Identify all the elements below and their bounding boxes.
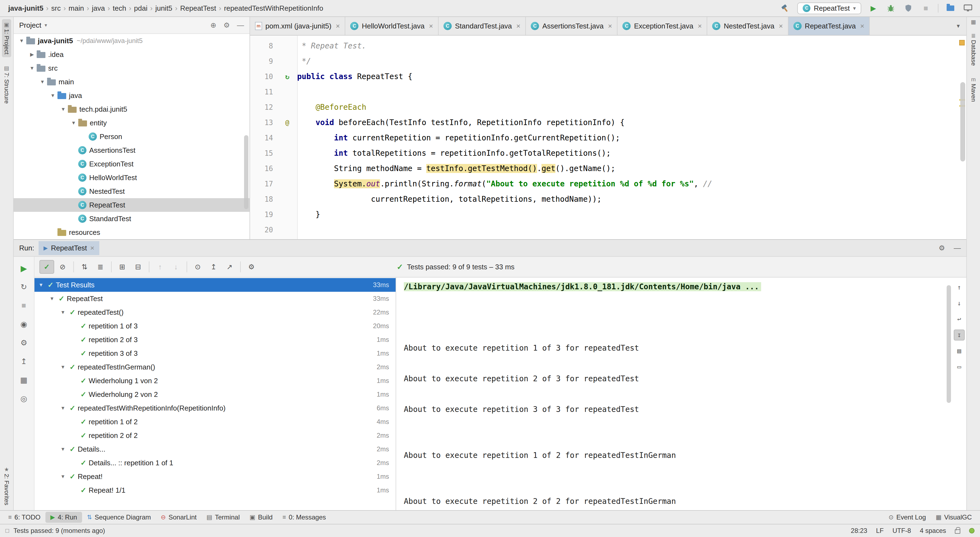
line-number[interactable]: 17 — [250, 176, 277, 191]
chevron-expanded-icon[interactable]: ▼ — [59, 474, 67, 480]
locate-file-icon[interactable]: ⊕ — [210, 21, 216, 30]
test-tree-item[interactable]: ✓Details... :: repetition 1 of 12ms — [35, 456, 396, 470]
tool-stripe-database[interactable]: ≣Database — [969, 30, 978, 69]
layout-settings-icon[interactable]: ▦ — [14, 371, 34, 389]
test-tree-item[interactable]: ▼✓Repeat!1ms — [35, 470, 396, 483]
close-icon[interactable]: × — [516, 22, 520, 30]
test-tree-item[interactable]: ✓Wiederholung 1 von 21ms — [35, 374, 396, 387]
console-line[interactable]: About to execute repetition 3 of 3 for r… — [404, 402, 948, 417]
collapse-all-icon[interactable]: ⊟ — [131, 260, 146, 274]
editor-line[interactable]: 14 int currentRepetition = repetitionInf… — [250, 130, 966, 146]
presentation-monitor-icon[interactable] — [963, 3, 974, 14]
line-number[interactable]: 9 — [250, 54, 277, 69]
editor-line[interactable]: 8 * Repeat Test. — [250, 38, 966, 54]
pin-tab-icon[interactable]: ◎ — [14, 389, 34, 408]
run-button[interactable]: ▶ — [868, 3, 879, 14]
analysis-status-marker[interactable] — [959, 40, 965, 45]
close-icon[interactable]: × — [429, 22, 433, 30]
export-test-results-icon[interactable]: ↗ — [222, 260, 237, 274]
console[interactable]: /Library/Java/JavaVirtualMachines/jdk1.8… — [396, 277, 966, 510]
expand-all-icon[interactable]: ⊞ — [115, 260, 130, 274]
project-tree-item[interactable]: ▼java — [14, 89, 250, 102]
test-tree-item[interactable]: ▼✓Test Results33ms — [35, 278, 396, 292]
line-number[interactable]: 8 — [250, 38, 277, 54]
editor-tab[interactable]: CAssertionsTest.java× — [526, 17, 617, 35]
previous-failed-test-icon[interactable]: ↑ — [153, 260, 167, 274]
project-tree-item[interactable]: ▼entity — [14, 116, 250, 130]
test-runner-settings-icon[interactable]: ⚙ — [14, 333, 34, 352]
test-history-icon[interactable]: ⊙ — [191, 260, 205, 274]
console-line[interactable] — [404, 463, 948, 478]
project-tree-item[interactable]: ▼java-junit5~/pdai/www/java-junit5 — [14, 34, 250, 48]
line-number[interactable]: 18 — [250, 191, 277, 207]
project-tree-item[interactable]: ▼src — [14, 61, 250, 75]
project-tree-item[interactable]: CNestedTest — [14, 185, 250, 198]
close-icon[interactable]: × — [90, 244, 94, 252]
breadcrumb-item[interactable]: junit5 — [154, 4, 174, 13]
toolwindow-button-todo[interactable]: ≡6: TODO — [3, 512, 45, 523]
project-tree-item[interactable]: CStandardTest — [14, 212, 250, 226]
coverage-button[interactable] — [903, 3, 914, 14]
test-options-icon[interactable]: ⚙ — [244, 260, 259, 274]
run-settings-icon[interactable]: ⚙ — [939, 244, 945, 252]
toolwindow-button-visualgc[interactable]: ▦VisualGC — [931, 512, 977, 523]
test-tree-item[interactable]: ▼✓repeatedTest()22ms — [35, 306, 396, 319]
tool-stripe-structure[interactable]: ▤7: Structure — [2, 63, 11, 107]
project-tree-item[interactable]: CAssertionsTest — [14, 143, 250, 157]
annotation-gutter-icon[interactable]: @ — [277, 115, 297, 130]
project-scrollbar[interactable] — [244, 135, 248, 209]
console-line[interactable]: About to execute repetition 2 of 3 for r… — [404, 371, 948, 386]
line-number[interactable]: 13 — [250, 115, 277, 130]
test-tree-item[interactable]: ✓repetition 1 of 24ms — [35, 415, 396, 429]
line-number[interactable]: 16 — [250, 161, 277, 176]
line-number[interactable]: 15 — [250, 146, 277, 161]
tool-switcher-icon[interactable]: ▦ — [971, 19, 976, 25]
inspections-indicator-icon[interactable] — [969, 528, 975, 534]
line-number[interactable]: 10 — [250, 69, 277, 84]
console-line[interactable]: About to execute repetition 1 of 2 for r… — [404, 448, 948, 463]
import-test-results-icon[interactable]: ↥ — [206, 260, 221, 274]
test-tree-item[interactable]: ✓Wiederholung 2 von 21ms — [35, 387, 396, 401]
editor-tab[interactable]: CExceptionTest.java× — [617, 17, 707, 35]
console-line[interactable]: About to execute repetition 2 of 2 for r… — [404, 494, 948, 509]
rerun-failed-tests-icon[interactable]: ↻ — [14, 277, 34, 296]
chevron-expanded-icon[interactable]: ▼ — [59, 405, 67, 411]
editor-line[interactable]: 17 System.out.println(String.format("Abo… — [250, 176, 966, 191]
breadcrumb-item[interactable]: main — [67, 4, 86, 13]
view-options-icon[interactable]: ⚙ — [224, 21, 230, 30]
breadcrumb-item[interactable]: pdai — [132, 4, 149, 13]
project-folder-icon[interactable] — [945, 3, 956, 14]
console-line[interactable] — [404, 325, 948, 341]
tool-stripe-project[interactable]: ▣1: Project — [2, 19, 11, 57]
console-line[interactable] — [404, 295, 948, 310]
debug-button[interactable] — [885, 3, 896, 14]
hide-run-panel-icon[interactable]: — — [954, 244, 961, 252]
run-tab[interactable]: ▶ RepeatTest × — [38, 241, 99, 255]
run-config-selector[interactable]: C RepeatTest ▾ — [797, 2, 861, 14]
export-results-icon[interactable]: ↥ — [14, 352, 34, 371]
console-line[interactable] — [404, 417, 948, 432]
toolwindow-button-terminal[interactable]: ▤Terminal — [202, 512, 245, 523]
project-panel-title[interactable]: Project — [19, 21, 41, 30]
editor-line[interactable]: 19 } — [250, 207, 966, 222]
console-line[interactable]: About to execute repetition 1 of 3 for r… — [404, 341, 948, 356]
editor-line[interactable]: 20 — [250, 222, 966, 237]
stop-button[interactable]: ■ — [920, 3, 931, 14]
show-ignored-icon[interactable]: ⊘ — [55, 260, 70, 274]
show-passed-icon[interactable]: ✓ — [40, 260, 54, 274]
tab-list-dropdown[interactable]: ▾ — [950, 17, 966, 35]
toolwindow-button-sonarlint[interactable]: ⊖SonarLint — [156, 512, 202, 523]
chevron-expanded-icon[interactable]: ▼ — [59, 364, 67, 370]
lock-icon[interactable] — [955, 529, 960, 534]
editor-line[interactable]: 11 — [250, 84, 966, 100]
caret-position[interactable]: 28:23 — [851, 527, 867, 535]
encoding[interactable]: UTF-8 — [892, 527, 911, 535]
breadcrumb-item[interactable]: src — [49, 4, 62, 13]
chevron-expanded-icon[interactable]: ▼ — [38, 79, 47, 85]
editor-line[interactable]: 12 @BeforeEach — [250, 100, 966, 115]
editor-tab[interactable]: mpom.xml (java-junit5)× — [250, 17, 345, 35]
close-icon[interactable]: × — [779, 22, 783, 30]
test-tree-item[interactable]: ▼✓repeatedTestWithRepetitionInfo(Repetit… — [35, 401, 396, 415]
toolwindow-button-messages[interactable]: ≡0: Messages — [277, 512, 331, 523]
test-tree-item[interactable]: ✓Repeat! 1/11ms — [35, 483, 396, 497]
